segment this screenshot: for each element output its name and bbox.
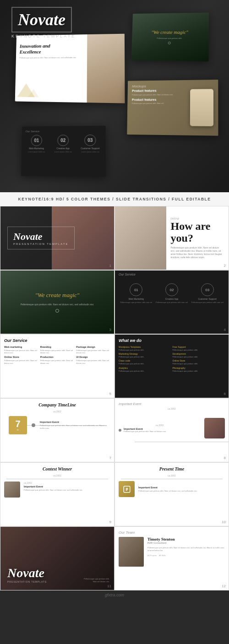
whatwedo-text-5: Pellentesque quis pretium nibh. <box>119 363 171 365</box>
hero-magic-slide: "We create magic" Pellentesque quis pret… <box>131 12 209 61</box>
slide-11-content: Novate PRESENTATION TEMPLATE <box>7 566 47 583</box>
whatwedo-item-8: Photography Pellentesque quis pretium ni… <box>173 367 225 372</box>
slide-8-row: ca.2002 Important Event Pellentesque qui… <box>119 418 225 438</box>
slide-9-year: ca.2002 <box>4 474 110 477</box>
slide-3-content: "We create magic" Pellentesque quis pret… <box>14 285 101 319</box>
slide-7-dot <box>32 423 35 427</box>
service-grid-item-6: UI Design Pellentesque quis pretium nibh… <box>76 356 110 364</box>
slide-8-year: ca.2002 <box>119 407 225 410</box>
slide-12-role: B2B Consultant <box>147 541 225 544</box>
slide-1-number: 1 <box>109 264 111 268</box>
hero-magic-quote: "We create magic" <box>151 29 188 35</box>
slide-7-event-text: Pellentesque quis pretium nibh. Nam vel … <box>40 424 110 429</box>
slide-7: Company TimeLine ca.2002 7 th Important … <box>0 398 114 462</box>
service-grid-text-3: Pellentesque quis pretium nibh. Nam vel … <box>76 349 110 354</box>
service-grid-title-6: UI Design <box>76 356 110 358</box>
whatwedo-title-8: Photography <box>173 367 225 369</box>
hero-magic-text: Pellentesque quis pretium nibh. <box>151 37 188 40</box>
slide-9-event-title: Important Event <box>24 485 83 488</box>
slide-3-number: 3 <box>109 328 111 332</box>
hero-customersupport: Customer Support <box>78 147 102 150</box>
hero-section: Novate KEYNOTE TEMPLATE Innovation andEx… <box>0 0 229 192</box>
whatwedo-item-2: Free Support Pellentesque quis pretium n… <box>173 346 225 351</box>
slide-5-service-grid: Web marketing Pellentesque quis pretium … <box>4 346 110 364</box>
features-bar: KEYNOTE/16:9 HD/ 5 COLOR THEMES / SLIDE … <box>0 192 229 206</box>
slide-11-sub: PRESENTATION TEMPLATE <box>7 580 47 583</box>
slide-9-event: ca.2002 Important Event Pellentesque qui… <box>24 482 83 492</box>
slide-10-title: Present Time <box>119 466 225 471</box>
hero-product-label: Mockups <box>132 84 173 88</box>
features-text: KEYNOTE/16:9 HD/ 5 COLOR THEMES / SLIDE … <box>7 197 222 201</box>
service-grid-item-3: Package design Pellentesque quis pretium… <box>76 346 110 354</box>
service-grid-item-4: Online Store Pellentesque quis pretium n… <box>4 356 38 364</box>
whatwedo-title-2: Free Support <box>173 346 225 348</box>
service-icon-1: 01 <box>130 283 142 296</box>
slide-8-label: Important Event <box>119 402 225 406</box>
slide-3-text: Pellentesque quis pretium nibh. Nam vel … <box>21 303 94 307</box>
slides-grid: Novate PRESENTATION TEMPLATE 1 Intro How… <box>0 206 229 590</box>
service-grid-text-4: Pellentesque quis pretium nibh. Nam vel … <box>4 359 38 364</box>
slide-7-year: ca.2002 <box>4 410 110 413</box>
slide-2-number: 2 <box>224 264 226 268</box>
hero-product-text: Pellentesque quis pretium nibh. Nam vel … <box>132 93 173 96</box>
service-label-2: Creative App <box>155 298 189 300</box>
whatwedo-text-2: Pellentesque quis pretium nibh. <box>173 349 225 351</box>
slide-2-right: Intro How are you? Pellentesque quis pre… <box>166 206 229 270</box>
slide-12-photo <box>119 537 144 567</box>
whatwedo-text-3: Pellentesque quis pretium nibh. <box>119 356 171 358</box>
brand-name: Novate <box>11 7 72 32</box>
service-desc-3: Pellentesque quis pretium nibh nam vel <box>191 301 224 303</box>
whatwedo-item-7: Analytics Pellentesque quis pretium nibh… <box>119 367 171 372</box>
service-desc-1: Pellentesque quis pretium nibh nam vel <box>120 301 153 303</box>
whatwedo-item-1: Wordpress Templates Pellentesque quis pr… <box>119 346 171 351</box>
slide-1: Novate PRESENTATION TEMPLATE 1 <box>0 206 114 270</box>
slide-7-timeline-num: 7 th <box>9 416 27 434</box>
slide-10-event-title: Important Event <box>138 486 197 489</box>
service-grid-title-3: Package design <box>76 346 110 348</box>
service-desc-2: Pellentesque quis pretium nibh nam vel <box>155 301 189 303</box>
slide-8-event-text: Pellentesque quis pretium nibh. Nam vel … <box>124 430 166 433</box>
slide-1-subtitle: PRESENTATION TEMPLATE <box>13 243 69 245</box>
slide-5-number: 5 <box>109 392 111 396</box>
slide-7-event-title: Important Event <box>40 421 110 423</box>
whatwedo-text-4: Pellentesque quis pretium nibh. <box>173 356 225 358</box>
slide-7-timeline-items: 7 th Important Event Pellentesque quis p… <box>4 416 110 434</box>
slide-7-big-number: 7 <box>15 419 20 428</box>
slide-10: Present Time ca.2002 Important Event Pel… <box>114 462 229 526</box>
service-label-1: Web Marketing <box>120 298 153 300</box>
service-grid-item-1: Web marketing Pellentesque quis pretium … <box>4 346 38 354</box>
slide-11-name: Novate <box>7 566 47 580</box>
slide-10-icon <box>119 481 135 497</box>
slide-12-stat-2: All Skills <box>159 554 166 557</box>
slide-3-dot <box>55 309 59 313</box>
slide-7-event: Important Event Pellentesque quis pretiu… <box>40 421 110 429</box>
slide-7-title: Company TimeLine <box>4 402 110 407</box>
whatwedo-item-4: Development Pellentesque quis pretium ni… <box>173 352 225 358</box>
slide-9-title: Contest Winner <box>4 466 110 471</box>
slide-6: What we do Wordpress Templates Pellentes… <box>114 334 229 398</box>
slide-10-event-text: Pellentesque quis pretium nibh. Nam vel … <box>138 490 197 492</box>
slide-4-services: 01 Web Marketing Pellentesque quis preti… <box>120 283 224 303</box>
slide-6-number: 6 <box>224 392 226 396</box>
service-item-1: 01 Web Marketing Pellentesque quis preti… <box>120 283 153 303</box>
whatwedo-text-6: Pellentesque quis pretium nibh. <box>173 363 225 365</box>
hero-creativeapp: Creative App <box>51 147 75 150</box>
service-grid-title-4: Online Store <box>4 356 38 358</box>
whatwedo-title-3: Marketing Strategy <box>119 352 171 355</box>
hero-product-title: Product features <box>132 89 173 92</box>
whatwedo-item-5: Clean code Pellentesque quis pretium nib… <box>119 359 171 365</box>
slide-7-number: 7 <box>109 456 111 460</box>
whatwedo-item-3: Marketing Strategy Pellentesque quis pre… <box>119 352 171 358</box>
slide-12-info: Timoty Stenton B2B Consultant Pellentesq… <box>147 537 225 557</box>
hero-service-slide: Our Service 01 Web Marketing Lorem ipsum… <box>21 126 106 177</box>
slide-4: Our Service 01 Web Marketing Pellentesqu… <box>114 270 229 334</box>
hero-service-label: Our Service <box>26 130 102 133</box>
service-icon-2: 02 <box>165 283 178 296</box>
slide-8-photo <box>204 418 225 438</box>
slide-11-number: 11 <box>107 584 111 588</box>
slide-12-name: Timoty Stenton <box>147 537 225 541</box>
service-num-1: 01 <box>134 288 138 292</box>
slide-9-row: ca.2002 Important Event Pellentesque qui… <box>4 482 110 498</box>
slide-7-num-sub: th <box>17 428 19 431</box>
slide-8: Important Event ca.2002 ca.2002 Importan… <box>114 398 229 462</box>
